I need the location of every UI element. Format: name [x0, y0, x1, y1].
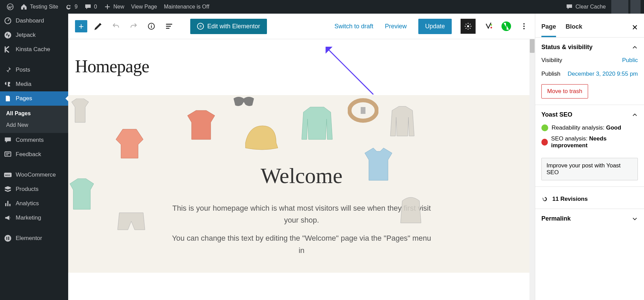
comments-count: 0 [94, 4, 97, 10]
switch-to-draft-button[interactable]: Switch to draft [334, 23, 373, 30]
page-title[interactable]: Homepage [68, 39, 535, 95]
more-vertical-icon [520, 22, 528, 30]
user-avatar-placeholder-2[interactable] [630, 0, 641, 14]
list-icon [165, 22, 173, 30]
publish-row: Publish December 3, 2020 9:55 pm [541, 71, 638, 77]
sidebar-sub-all-pages[interactable]: All Pages [0, 108, 68, 119]
sidebar-item-pages[interactable]: Pages [0, 91, 68, 106]
sidebar-item-woocommerce[interactable]: woo WooCommerce [0, 168, 68, 182]
info-button[interactable] [145, 19, 158, 33]
edit-mode-button[interactable] [91, 19, 105, 33]
editor-toolbar: + ≡ Edit with Elementor [68, 14, 535, 39]
improve-yoast-button[interactable]: Improve your post with Yoast SEO [541, 158, 638, 180]
site-name-link[interactable]: Testing Site [17, 0, 62, 14]
more-options-button[interactable] [520, 22, 528, 30]
move-to-trash-button[interactable]: Move to trash [541, 84, 588, 99]
sidebar-item-comments[interactable]: Comments [0, 133, 68, 147]
redo-button[interactable] [127, 19, 140, 33]
svg-rect-7 [6, 237, 7, 240]
editor-canvas[interactable]: Homepage [68, 39, 535, 300]
readability-row[interactable]: Readability analysis: Good [541, 124, 638, 131]
permalink-section: Permalink [535, 209, 644, 228]
section-title: Yoast SEO [541, 111, 572, 118]
svg-rect-20 [361, 107, 365, 114]
tshirt-icon [184, 109, 218, 143]
edit-with-elementor-button[interactable]: ≡ Edit with Elementor [190, 19, 267, 34]
plus-icon [104, 3, 111, 10]
add-block-button[interactable]: + [75, 20, 87, 32]
analytics-icon [4, 200, 12, 207]
tab-block[interactable]: Block [566, 18, 582, 37]
preview-button[interactable]: Preview [385, 23, 407, 30]
yoast-button[interactable] [484, 22, 493, 30]
sidebar-label: Media [16, 81, 31, 88]
sidebar-item-media[interactable]: Media [0, 77, 68, 91]
sidebar-item-feedback[interactable]: Feedback [0, 147, 68, 162]
permalink-header[interactable]: Permalink [541, 215, 638, 222]
svg-point-16 [523, 26, 525, 27]
yoast-icon [484, 22, 493, 30]
tshirt-icon [113, 126, 147, 160]
sidebar-sub-add-new[interactable]: Add New [0, 119, 68, 131]
sidebar-item-dashboard[interactable]: Dashboard [0, 14, 68, 28]
yoast-section: Yoast SEO Readability analysis: Good SEO… [535, 105, 644, 187]
info-icon [147, 22, 155, 30]
sidebar-label: Analytics [16, 200, 39, 207]
elementor-label: Edit with Elementor [207, 23, 260, 30]
revisions-link[interactable]: 11 Revisions [541, 196, 638, 202]
sidebar-item-analytics[interactable]: Analytics [0, 196, 68, 211]
close-panel-button[interactable]: ✕ [632, 23, 638, 32]
sidebar-label: Kinsta Cache [16, 46, 50, 53]
redo-icon [130, 22, 138, 30]
pages-icon [4, 95, 12, 102]
refresh-link[interactable]: 9 [62, 0, 81, 14]
seo-row[interactable]: SEO analysis: Needs improvement [541, 135, 638, 149]
yoast-header[interactable]: Yoast SEO [541, 111, 638, 118]
settings-button[interactable] [461, 19, 476, 34]
feedback-icon [4, 151, 12, 158]
maintenance-label: Maintenance is Off [164, 4, 209, 10]
wp-logo[interactable] [3, 0, 17, 14]
sidebar-item-marketing[interactable]: Marketing [0, 211, 68, 225]
jetpack-button[interactable] [501, 21, 511, 31]
hero-block[interactable]: Welcome This is your homepage which is w… [68, 95, 535, 273]
outline-button[interactable] [162, 19, 176, 33]
media-icon [4, 80, 12, 88]
sidebar-label: Pages [16, 95, 32, 102]
canvas-scrollbar[interactable] [529, 39, 535, 300]
new-link[interactable]: New [101, 0, 128, 14]
status-visibility-header[interactable]: Status & visibility [541, 44, 638, 51]
undo-button[interactable] [109, 19, 123, 33]
tab-page[interactable]: Page [541, 18, 556, 37]
sidebar-item-elementor[interactable]: Elementor [0, 231, 68, 245]
smiley-good-icon [541, 124, 548, 131]
revisions-section: 11 Revisions [535, 187, 644, 209]
clear-cache-link[interactable]: Clear Cache [563, 0, 609, 14]
visibility-value[interactable]: Public [622, 57, 638, 64]
maintenance-link[interactable]: Maintenance is Off [161, 0, 213, 14]
dashboard-icon [4, 17, 12, 25]
publish-value[interactable]: December 3, 2020 9:55 pm [568, 71, 638, 77]
svg-point-14 [491, 27, 492, 29]
sidebar-item-posts[interactable]: Posts [0, 63, 68, 77]
sunglasses-icon [232, 95, 256, 109]
svg-point-12 [467, 25, 469, 27]
update-button[interactable]: Update [418, 19, 452, 34]
user-avatar-placeholder[interactable] [611, 0, 628, 14]
sidebar-item-products[interactable]: Products [0, 182, 68, 196]
comments-link[interactable]: 0 [81, 0, 101, 14]
sidebar-item-kinsta[interactable]: Kinsta Cache [0, 42, 68, 57]
sidebar-item-jetpack[interactable]: Jetpack [0, 28, 68, 42]
belt-icon [348, 97, 378, 124]
smiley-bad-icon [541, 139, 548, 146]
section-title: Permalink [541, 215, 571, 222]
kinsta-icon [4, 46, 12, 53]
panel-tabs: Page Block ✕ [535, 18, 644, 38]
chevron-up-icon [632, 44, 638, 50]
sidebar-label: Feedback [16, 151, 41, 158]
svg-rect-3 [5, 152, 11, 156]
sweater-icon [300, 105, 334, 143]
sidebar-label: Posts [16, 66, 30, 73]
view-page-link[interactable]: View Page [128, 0, 161, 14]
svg-rect-9 [8, 238, 9, 239]
